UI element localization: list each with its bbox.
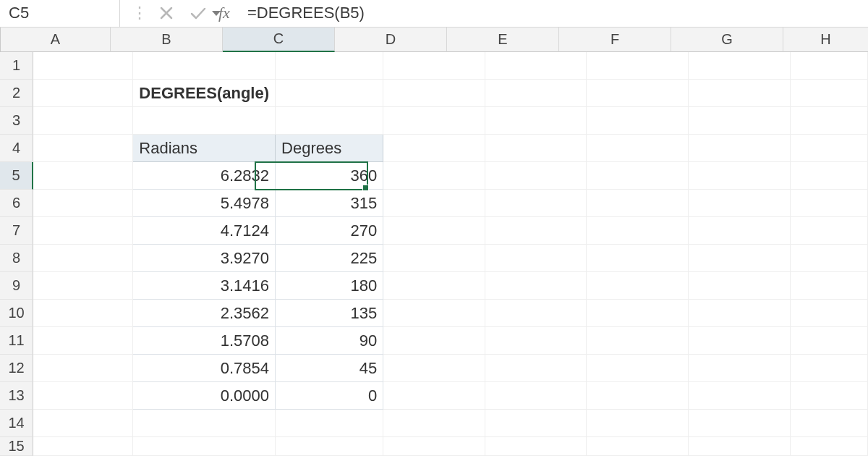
cell-A7[interactable] [33,217,133,245]
cell-C9[interactable]: 180 [276,272,383,300]
cell-B1[interactable] [133,52,276,80]
cell-A3[interactable] [33,107,133,135]
cell-C8[interactable]: 225 [276,245,383,272]
cell-E13[interactable] [485,382,587,410]
cell-E5[interactable] [485,162,587,190]
cell-C11[interactable]: 90 [276,327,383,355]
cell-E3[interactable] [485,107,587,135]
cell-B2[interactable]: DEGREES(angle) [133,80,276,107]
cell-D10[interactable] [383,300,485,327]
cell-C13[interactable]: 0 [276,382,383,410]
cell-G4[interactable] [688,135,790,162]
cell-C10[interactable]: 135 [276,300,383,327]
row-header-10[interactable]: 10 [0,300,33,327]
cell-B10[interactable]: 2.3562 [133,300,276,327]
cell-H10[interactable] [790,300,867,327]
cell-F4[interactable] [587,135,689,162]
row-header-9[interactable]: 9 [0,272,33,300]
cell-B8[interactable]: 3.9270 [133,245,276,272]
cell-H6[interactable] [790,190,867,217]
cell-E7[interactable] [485,217,587,245]
cell-G12[interactable] [688,355,790,382]
cell-D8[interactable] [383,245,485,272]
cell-H3[interactable] [790,107,867,135]
row-header-15[interactable]: 15 [0,437,33,456]
cell-F8[interactable] [587,245,689,272]
cell-C12[interactable]: 45 [276,355,383,382]
cell-C6[interactable]: 315 [276,190,383,217]
cell-D13[interactable] [383,382,485,410]
cell-E12[interactable] [485,355,587,382]
row-header-4[interactable]: 4 [0,135,33,162]
cell-F15[interactable] [587,437,689,456]
cell-B14[interactable] [133,410,276,437]
cell-B6[interactable]: 5.4978 [133,190,276,217]
row-header-3[interactable]: 3 [0,107,33,135]
cell-A6[interactable] [33,190,133,217]
cell-A12[interactable] [33,355,133,382]
cell-C15[interactable] [276,437,383,456]
cell-G13[interactable] [688,382,790,410]
cell-B3[interactable] [133,107,276,135]
cell-E2[interactable] [485,80,587,107]
cancel-formula-button[interactable] [150,0,182,27]
column-header-D[interactable]: D [335,28,447,52]
cell-E14[interactable] [485,410,587,437]
row-header-1[interactable]: 1 [0,52,33,80]
row-header-7[interactable]: 7 [0,217,33,245]
cell-A8[interactable] [33,245,133,272]
column-header-G[interactable]: G [671,28,783,52]
cell-G8[interactable] [688,245,790,272]
cell-A10[interactable] [33,300,133,327]
cell-G3[interactable] [688,107,790,135]
cell-A4[interactable] [33,135,133,162]
row-header-2[interactable]: 2 [0,80,33,107]
cell-A1[interactable] [33,52,133,80]
cell-D5[interactable] [383,162,485,190]
column-header-H[interactable]: H [783,28,868,52]
cell-B13[interactable]: 0.0000 [133,382,276,410]
row-header-14[interactable]: 14 [0,410,33,437]
cell-H13[interactable] [790,382,867,410]
cell-E9[interactable] [485,272,587,300]
cell-F9[interactable] [587,272,689,300]
cell-F7[interactable] [587,217,689,245]
enter-formula-button[interactable] [182,0,214,27]
cell-F1[interactable] [587,52,689,80]
cell-F11[interactable] [587,327,689,355]
cell-F10[interactable] [587,300,689,327]
column-header-C[interactable]: C [223,28,335,52]
cell-E11[interactable] [485,327,587,355]
cell-C7[interactable]: 270 [276,217,383,245]
cell-E15[interactable] [485,437,587,456]
cell-F5[interactable] [587,162,689,190]
cell-B5[interactable]: 6.2832 [133,162,276,190]
cell-B11[interactable]: 1.5708 [133,327,276,355]
cell-D3[interactable] [383,107,485,135]
row-header-13[interactable]: 13 [0,382,33,410]
row-header-11[interactable]: 11 [0,327,33,355]
cell-H12[interactable] [790,355,867,382]
cell-E4[interactable] [485,135,587,162]
column-header-B[interactable]: B [111,28,223,52]
cell-D12[interactable] [383,355,485,382]
formula-input[interactable] [240,1,868,25]
cell-B9[interactable]: 3.1416 [133,272,276,300]
cell-D14[interactable] [383,410,485,437]
cell-H1[interactable] [790,52,867,80]
column-header-F[interactable]: F [559,28,671,52]
cell-H2[interactable] [790,80,867,107]
cell-B7[interactable]: 4.7124 [133,217,276,245]
fx-label[interactable]: fx [214,4,240,22]
cell-A15[interactable] [33,437,133,456]
cell-E10[interactable] [485,300,587,327]
cell-H9[interactable] [790,272,867,300]
cell-F3[interactable] [587,107,689,135]
cell-H11[interactable] [790,327,867,355]
cell-G6[interactable] [688,190,790,217]
cell-D7[interactable] [383,217,485,245]
cell-G9[interactable] [688,272,790,300]
cell-H8[interactable] [790,245,867,272]
cell-A5[interactable] [33,162,133,190]
column-header-A[interactable]: A [1,28,111,52]
